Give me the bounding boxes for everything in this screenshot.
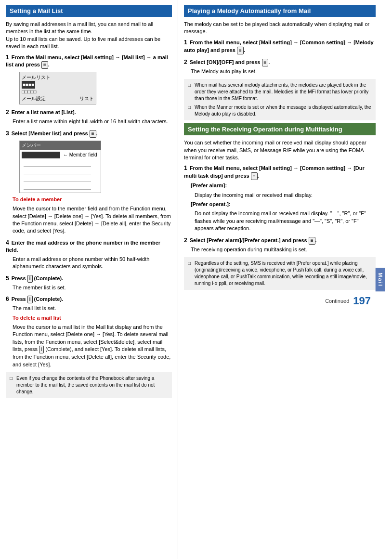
step-1-body: メールリスト ■■■■ □□□□□ メール設定リスト	[6, 72, 172, 104]
sidebar-label: Mail	[375, 268, 385, 291]
key-icon: i	[27, 275, 33, 283]
step-3-body: メンバー ← Member field To delete a member M…	[6, 141, 172, 235]
right-section2-title: Setting the Receiving Operation during M…	[184, 123, 376, 135]
continued-row: Continued 197	[184, 295, 376, 307]
step-6-to-delete-label: To delete a mail list	[13, 314, 172, 322]
key-icon: ≡	[251, 172, 258, 180]
key-icon: ≡	[237, 47, 244, 54]
key-icon: ≡	[41, 61, 48, 69]
s1-step-1: 1 From the Mail menu, select [Mail setti…	[184, 39, 376, 54]
right-section1-title: Playing a Melody Automatically from Mail	[184, 5, 376, 17]
step-2-header: 2 Enter a list name at [List].	[6, 108, 172, 117]
right-inner: Playing a Melody Automatically from Mail…	[184, 5, 376, 307]
left-note-text: Even if you change the contents of the P…	[16, 375, 168, 395]
page-number: 197	[353, 295, 371, 307]
step-2-body: Enter a list name within eight full-widt…	[6, 118, 172, 125]
step-3-header: 3 Select [Member list] and press ≡.	[6, 130, 172, 138]
key-icon: i	[39, 346, 44, 353]
left-note-box: □ Even if you change the contents of the…	[6, 372, 172, 398]
s1-step-2-body: The Melody auto play is set.	[184, 68, 376, 75]
step-6-to-delete-body: Move the cursor to a mail list in the Ma…	[13, 324, 172, 368]
step-5-header: 5 Press i (Complete).	[6, 274, 172, 283]
s2-step-2: 2 Select [Prefer alarm]/[Prefer operat.]…	[184, 236, 376, 253]
step-6-header: 6 Press i (Complete).	[6, 295, 172, 303]
step-3-to-delete-body: Move the cursor to the member field and …	[13, 205, 172, 235]
s1-step-1-header: 1 From the Mail menu, select [Mail setti…	[184, 39, 376, 54]
step-5-body: The member list is set.	[6, 284, 172, 291]
left-intro: By saving mail addresses in a mail list,…	[6, 21, 172, 51]
step-4: 4 Enter the mail address or the phone nu…	[6, 239, 172, 271]
key-icon: ≡	[90, 130, 96, 138]
step-6: 6 Press i (Complete). The mail list is s…	[6, 295, 172, 368]
step-4-header: 4 Enter the mail address or the phone nu…	[6, 239, 172, 254]
key-icon: ≡	[309, 237, 315, 245]
section2-note-box: □ Regardless of the setting, SMS is rece…	[184, 257, 376, 290]
s2-step-1-body: [Prefer alarm]: Display the incoming mai…	[184, 182, 376, 232]
step-2: 2 Enter a list name at [List]. Enter a l…	[6, 108, 172, 125]
continued-text: Continued	[325, 298, 349, 304]
s1-step-2: 2 Select [ON]/[OFF] and press ≡. The Mel…	[184, 58, 376, 75]
left-column: Setting a Mail List By saving mail addre…	[0, 0, 178, 559]
step-6-body: The mail list is set. To delete a mail l…	[6, 305, 172, 368]
step-1-screen: メールリスト ■■■■ □□□□□ メール設定リスト	[19, 72, 96, 104]
s2-step-2-header: 2 Select [Prefer alarm]/[Prefer operat.]…	[184, 236, 376, 245]
left-section-title: Setting a Mail List	[6, 5, 172, 17]
s1-step-2-header: 2 Select [ON]/[OFF] and press ≡.	[184, 58, 376, 66]
step-1: 1 From the Mail menu, select [Mail setti…	[6, 53, 172, 105]
s2-step-1-header: 1 From the Mail menu, select [Mail setti…	[184, 164, 376, 180]
right-column: Playing a Melody Automatically from Mail…	[178, 0, 392, 559]
section1-intro: The melody can be set to be played back …	[184, 21, 376, 36]
step-5: 5 Press i (Complete). The member list is…	[6, 274, 172, 291]
step-3-screen: メンバー ← Member field	[19, 141, 101, 193]
section2-intro: You can set whether the incoming mail or…	[184, 139, 376, 161]
section1-note-box: □ When mail has several melody attachmen…	[184, 79, 376, 120]
step-4-body: Enter a mail address or phone number wit…	[6, 256, 172, 271]
key-icon: i	[27, 296, 33, 303]
s2-step-1: 1 From the Mail menu, select [Mail setti…	[184, 164, 376, 232]
step-1-header: 1 From the Mail menu, select [Mail setti…	[6, 53, 172, 69]
step-3: 3 Select [Member list] and press ≡. メンバー…	[6, 130, 172, 235]
member-field-label: ← Member field	[63, 152, 97, 158]
step-3-to-delete-label: To delete a member	[13, 196, 172, 203]
section2-note-text: Regardless of the setting, SMS is receiv…	[195, 260, 372, 287]
s2-step-2-body: The receiving operation during multitask…	[184, 246, 376, 253]
key-icon: ≡	[262, 59, 269, 66]
